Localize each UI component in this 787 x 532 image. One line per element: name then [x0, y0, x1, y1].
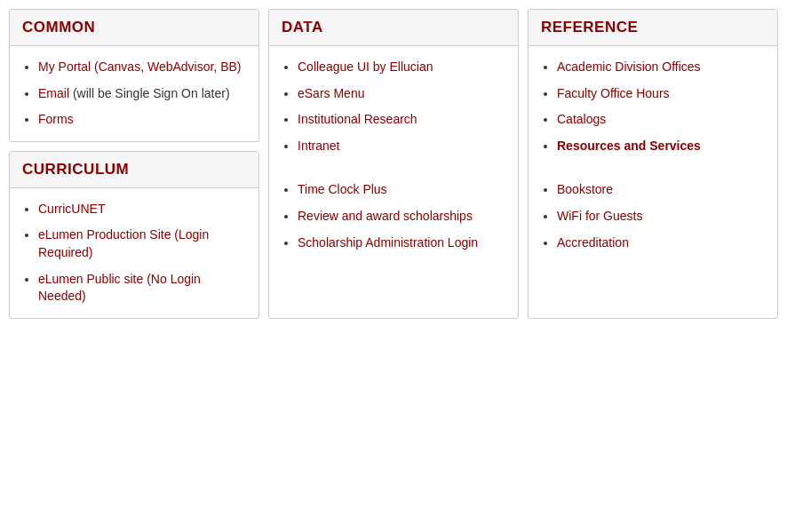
my-portal-link[interactable]: My Portal (Canvas, WebAdvisor, BB)	[38, 60, 241, 74]
list-item: Bookstore	[557, 181, 765, 199]
elumen-production-link[interactable]: eLumen Production Site (Login Required)	[38, 227, 209, 259]
review-scholarships-link[interactable]: Review and award scholarships	[298, 209, 473, 223]
reference-header: REFERENCE	[529, 10, 777, 46]
reference-body: Academic Division Offices Faculty Office…	[529, 46, 777, 264]
list-item: Faculty Office Hours	[557, 85, 765, 103]
list-divider	[278, 163, 505, 172]
list-item: eLumen Production Site (Login Required)	[38, 226, 246, 261]
accreditation-link[interactable]: Accreditation	[557, 235, 629, 250]
list-item: Colleague UI by Ellucian	[298, 59, 505, 76]
curriculum-body: CurricUNET eLumen Production Site (Login…	[10, 188, 258, 318]
curriculum-card: CURRICULUM CurricUNET eLumen Production …	[9, 151, 259, 319]
intranet-link[interactable]: Intranet	[298, 139, 339, 153]
data-body: Colleague UI by Ellucian eSars Menu Inst…	[269, 46, 518, 264]
list-item: Forms	[38, 111, 246, 129]
institutional-research-link[interactable]: Institutional Research	[298, 112, 417, 126]
list-item: Institutional Research	[298, 111, 505, 129]
main-grid: COMMON My Portal (Canvas, WebAdvisor, BB…	[9, 9, 778, 319]
list-item: Accreditation	[557, 234, 765, 252]
list-item: My Portal (Canvas, WebAdvisor, BB)	[38, 59, 246, 76]
data-list-group1: Colleague UI by Ellucian eSars Menu Inst…	[278, 59, 505, 251]
common-body: My Portal (Canvas, WebAdvisor, BB) Email…	[10, 46, 258, 141]
common-list: My Portal (Canvas, WebAdvisor, BB) Email…	[19, 59, 246, 129]
curriculum-title: CURRICULUM	[22, 161, 246, 179]
list-item: eLumen Public site (No Login Needed)	[38, 271, 246, 306]
list-item: Scholarship Administration Login	[298, 234, 505, 252]
resources-services-link[interactable]: Resources and Services	[557, 139, 701, 153]
data-title: DATA	[282, 19, 505, 36]
list-item: Review and award scholarships	[298, 208, 505, 226]
list-item: Time Clock Plus	[298, 181, 505, 199]
curricunet-link[interactable]: CurricUNET	[38, 202, 105, 216]
list-item: Resources and Services	[557, 138, 765, 155]
wifi-guests-link[interactable]: WiFi for Guests	[557, 209, 642, 223]
reference-list: Academic Division Offices Faculty Office…	[537, 59, 765, 251]
faculty-office-hours-link[interactable]: Faculty Office Hours	[557, 86, 670, 100]
catalogs-link[interactable]: Catalogs	[557, 112, 606, 126]
time-clock-plus-link[interactable]: Time Clock Plus	[298, 182, 387, 196]
email-suffix: (will be Single Sign On later)	[73, 86, 230, 100]
curriculum-header: CURRICULUM	[10, 152, 258, 188]
curriculum-list: CurricUNET eLumen Production Site (Login…	[19, 201, 246, 306]
forms-link[interactable]: Forms	[38, 112, 74, 126]
colleague-ui-link[interactable]: Colleague UI by Ellucian	[298, 60, 433, 74]
list-divider	[537, 163, 765, 172]
list-item: Academic Division Offices	[557, 59, 765, 76]
list-item: CurricUNET	[38, 201, 246, 218]
email-link[interactable]: Email	[38, 86, 69, 100]
list-item: Intranet	[298, 138, 505, 155]
list-item: WiFi for Guests	[557, 208, 765, 226]
list-item: eSars Menu	[298, 85, 505, 103]
list-item: Catalogs	[557, 111, 765, 129]
common-card: COMMON My Portal (Canvas, WebAdvisor, BB…	[9, 9, 259, 142]
elumen-public-link[interactable]: eLumen Public site (No Login Needed)	[38, 272, 201, 304]
reference-title: REFERENCE	[541, 19, 765, 36]
data-header: DATA	[269, 10, 518, 46]
list-item: Email (will be Single Sign On later)	[38, 85, 246, 103]
scholarship-admin-link[interactable]: Scholarship Administration Login	[298, 235, 478, 250]
academic-division-link[interactable]: Academic Division Offices	[557, 60, 701, 74]
data-card: DATA Colleague UI by Ellucian eSars Menu…	[268, 9, 519, 319]
common-header: COMMON	[10, 10, 258, 46]
reference-card: REFERENCE Academic Division Offices Facu…	[528, 9, 778, 319]
common-title: COMMON	[22, 19, 246, 36]
bookstore-link[interactable]: Bookstore	[557, 182, 613, 196]
esars-menu-link[interactable]: eSars Menu	[298, 86, 364, 100]
